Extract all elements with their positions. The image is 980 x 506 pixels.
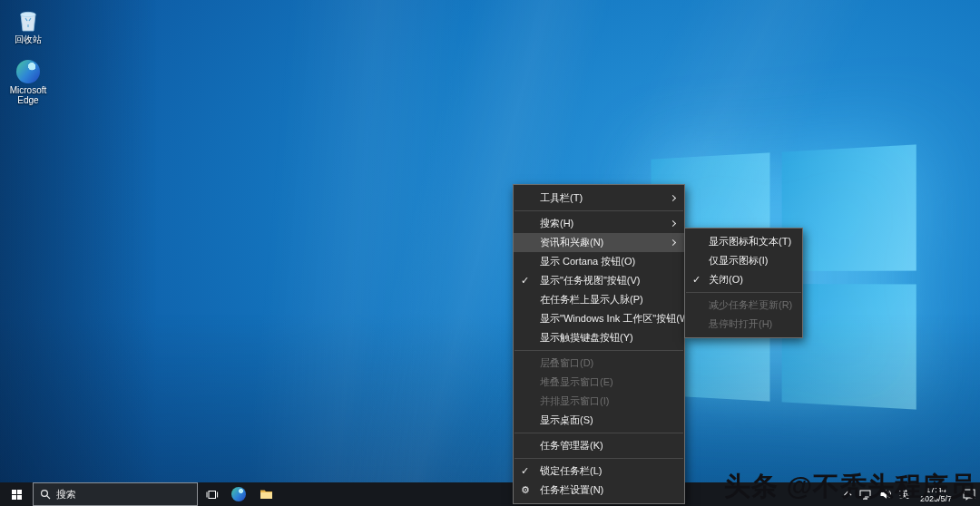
- submenu-arrow-icon: [670, 194, 676, 200]
- folder-icon: [260, 489, 273, 500]
- menu-item-label: 工具栏(T): [540, 192, 583, 203]
- menu-item-task-manager[interactable]: 任务管理器(K): [514, 436, 684, 455]
- submenu-item-icon-only[interactable]: 仅显示图标(I): [685, 251, 802, 270]
- desktop-icon-edge[interactable]: Microsoft Edge: [2, 56, 54, 105]
- submenu-item-open-on-hover: 悬停时打开(H): [685, 315, 802, 334]
- menu-separator: [686, 292, 801, 293]
- taskbar-search[interactable]: 搜索: [33, 482, 198, 506]
- menu-item-label: 资讯和兴趣(N): [540, 237, 603, 248]
- menu-item-show-cortana-button[interactable]: 显示 Cortana 按钮(O): [514, 252, 684, 271]
- menu-item-show-people[interactable]: 在任务栏上显示人脉(P): [514, 290, 684, 309]
- menu-item-lock-taskbar[interactable]: ✓ 锁定任务栏(L): [514, 462, 684, 481]
- menu-item-cascade-windows: 层叠窗口(D): [514, 354, 684, 373]
- menu-separator: [514, 210, 683, 211]
- menu-item-label: 显示桌面(S): [540, 414, 593, 425]
- submenu-arrow-icon: [670, 238, 676, 245]
- desktop-icon-label: Microsoft Edge: [2, 85, 54, 105]
- submenu-item-turn-off[interactable]: ✓ 关闭(O): [685, 270, 802, 289]
- menu-item-label: 显示 Cortana 按钮(O): [540, 256, 635, 267]
- search-placeholder: 搜索: [56, 488, 76, 501]
- menu-item-search[interactable]: 搜索(H): [514, 214, 684, 233]
- file-explorer-button[interactable]: [252, 482, 279, 506]
- menu-item-show-desktop[interactable]: 显示桌面(S): [514, 411, 684, 430]
- menu-item-label: 任务管理器(K): [540, 440, 603, 451]
- menu-item-label: 层叠窗口(D): [540, 357, 593, 368]
- menu-item-toolbars[interactable]: 工具栏(T): [514, 189, 684, 208]
- menu-item-label: 显示图标和文本(T): [709, 236, 791, 247]
- check-icon: ✓: [692, 270, 701, 289]
- submenu-item-reduce-taskbar-updates: 减少任务栏更新(R): [685, 296, 802, 315]
- check-icon: ✓: [521, 462, 529, 481]
- menu-item-show-windows-ink[interactable]: 显示"Windows Ink 工作区"按钮(W): [514, 309, 684, 328]
- menu-separator: [514, 433, 683, 433]
- wallpaper-light-beams: [0, 0, 980, 506]
- watermark-text: 头条 @不秃头程序员: [724, 469, 976, 505]
- menu-item-label: 搜索(H): [540, 218, 573, 229]
- recycle-bin-icon: [17, 5, 39, 33]
- menu-item-stack-windows: 堆叠显示窗口(E): [514, 373, 684, 392]
- edge-icon: [231, 487, 246, 501]
- submenu-item-icon-and-text[interactable]: 显示图标和文本(T): [685, 232, 802, 251]
- menu-item-side-by-side-windows: 并排显示窗口(I): [514, 392, 684, 411]
- news-and-interests-submenu: 显示图标和文本(T) 仅显示图标(I) ✓ 关闭(O) 减少任务栏更新(R) 悬…: [684, 228, 803, 338]
- check-icon: ✓: [521, 271, 529, 290]
- menu-item-label: 减少任务栏更新(R): [709, 299, 792, 310]
- menu-item-label: 锁定任务栏(L): [540, 465, 602, 476]
- taskbar-edge-button[interactable]: [225, 482, 252, 506]
- menu-item-news-and-interests[interactable]: 资讯和兴趣(N): [514, 233, 684, 252]
- menu-item-label: 堆叠显示窗口(E): [540, 376, 613, 387]
- taskbar-context-menu: 工具栏(T) 搜索(H) 资讯和兴趣(N) 显示 Cortana 按钮(O) ✓…: [513, 184, 685, 504]
- menu-item-label: 任务栏设置(N): [540, 484, 603, 495]
- desktop-wallpaper: [0, 0, 980, 506]
- menu-item-label: 显示触摸键盘按钮(Y): [540, 332, 633, 343]
- menu-item-label: 在任务栏上显示人脉(P): [540, 294, 643, 305]
- windows-start-icon: [12, 490, 22, 500]
- task-view-button[interactable]: [198, 482, 225, 506]
- menu-separator: [514, 350, 683, 351]
- menu-item-label: 仅显示图标(I): [709, 255, 768, 266]
- menu-item-show-touch-keyboard[interactable]: 显示触摸键盘按钮(Y): [514, 328, 684, 347]
- desktop-icon-label: 回收站: [15, 34, 42, 44]
- menu-item-taskbar-settings[interactable]: ⚙ 任务栏设置(N): [514, 481, 684, 500]
- menu-item-show-task-view-button[interactable]: ✓ 显示"任务视图"按钮(V): [514, 271, 684, 290]
- menu-item-label: 显示"Windows Ink 工作区"按钮(W): [540, 313, 684, 324]
- menu-item-label: 并排显示窗口(I): [540, 395, 609, 406]
- submenu-arrow-icon: [670, 219, 676, 226]
- menu-item-label: 显示"任务视图"按钮(V): [540, 275, 640, 286]
- menu-item-label: 关闭(O): [709, 274, 743, 285]
- edge-icon: [16, 56, 40, 83]
- search-icon: [40, 489, 51, 500]
- start-button[interactable]: [0, 482, 33, 506]
- menu-separator: [514, 458, 683, 459]
- menu-item-label: 悬停时打开(H): [709, 318, 772, 329]
- gear-icon: ⚙: [521, 481, 530, 500]
- desktop-icon-recycle-bin[interactable]: 回收站: [2, 5, 54, 44]
- task-view-icon: [205, 489, 219, 501]
